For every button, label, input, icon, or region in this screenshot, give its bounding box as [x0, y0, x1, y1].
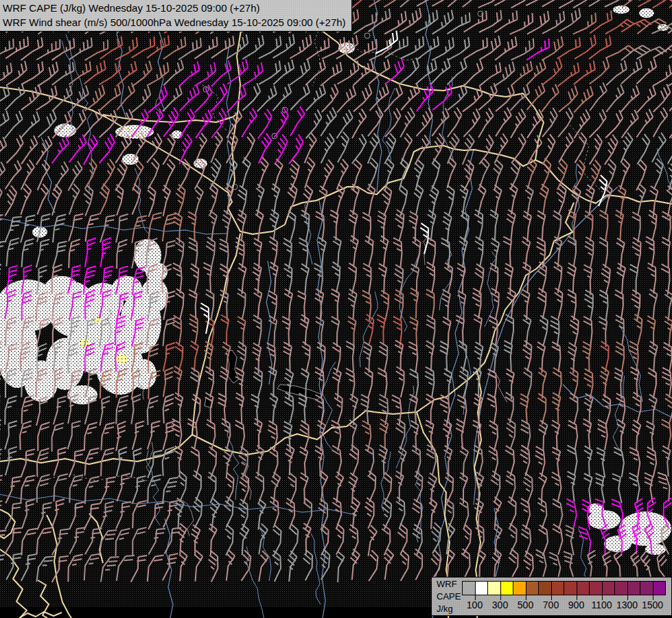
legend-color-box [653, 581, 667, 595]
legend-color-box [589, 581, 603, 595]
cape-legend: WRF CAPE J/kg 10030050070090011001300150… [431, 577, 672, 616]
legend-color-box [500, 581, 514, 595]
legend-tick-label: 500 [518, 599, 533, 610]
legend-tick-label: 100 [467, 599, 483, 610]
legend-tick-label: 1100 [591, 599, 612, 610]
legend-color-box [551, 581, 565, 595]
legend-color-scale: 100300500700900110013001500 [432, 577, 671, 615]
legend-tick-label: 1500 [642, 599, 663, 610]
legend-color-box [564, 581, 577, 595]
legend-color-box [462, 581, 476, 595]
legend-color-box [487, 581, 501, 595]
legend-tick-label: 900 [568, 599, 584, 610]
title-line-shear: WRF Wind shear (m/s) 500/1000hPa Wednesd… [3, 15, 346, 30]
legend-color-box [627, 581, 641, 595]
title-line-cape: WRF CAPE (J/kg) Wednesday 15-10-2025 09:… [3, 1, 346, 15]
forecast-title-box: WRF CAPE (J/kg) Wednesday 15-10-2025 09:… [0, 0, 352, 32]
legend-color-box [526, 581, 540, 595]
weather-map-viewport [0, 0, 672, 618]
legend-color-box [640, 581, 653, 595]
legend-color-box [513, 581, 526, 595]
legend-color-box [475, 581, 489, 595]
legend-color-box [614, 581, 628, 595]
legend-color-box [538, 581, 552, 595]
legend-tick-label: 700 [543, 599, 559, 610]
legend-color-box [577, 581, 590, 595]
legend-tick-label: 300 [492, 599, 508, 610]
legend-tick-label: 1300 [616, 599, 638, 610]
legend-color-box [602, 581, 616, 595]
weather-map [0, 0, 672, 618]
